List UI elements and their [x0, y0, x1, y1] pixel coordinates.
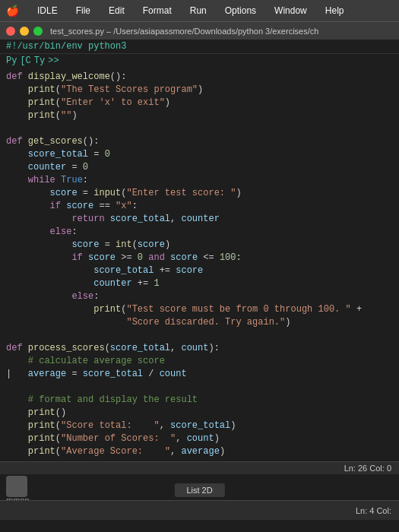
- folder-icon[interactable]: [6, 476, 27, 497]
- code-line-2: print("The Test Scores program"): [0, 84, 399, 97]
- prompt-arrow: >>: [48, 55, 59, 66]
- menu-idle[interactable]: IDLE: [34, 4, 61, 17]
- code-line-23: # calculate average score: [0, 355, 399, 368]
- close-button[interactable]: [6, 27, 15, 36]
- code-line-20: "Score discarded. Try again."): [0, 316, 399, 329]
- prompt-ty: Ty: [34, 55, 45, 66]
- code-editor[interactable]: def display_welcome(): print("The Test S…: [0, 68, 399, 461]
- code-line-22: def process_scores(score_total, count):: [0, 342, 399, 355]
- code-line-9: while True:: [0, 174, 399, 187]
- minimize-button[interactable]: [20, 27, 29, 36]
- menu-format[interactable]: Format: [140, 4, 175, 17]
- code-line-17: counter += 1: [0, 277, 399, 290]
- code-line-6: def get_scores():: [0, 135, 399, 148]
- code-line-4: print(""): [0, 109, 399, 122]
- code-line-23b: | average = score_total / count: [0, 368, 399, 381]
- maximize-button[interactable]: [33, 27, 43, 36]
- idle-prompts: Py [C Ty >>: [0, 54, 399, 68]
- code-line-27: print("Score total: ", score_total): [0, 420, 399, 432]
- prompt-py: Py: [6, 55, 17, 66]
- code-line-5: [0, 122, 399, 135]
- statusbar-top: Ln: 26 Col: 0: [0, 461, 399, 474]
- list-2d-label[interactable]: List 2D: [174, 483, 224, 497]
- prompt-c: [C: [20, 55, 30, 66]
- titlebar: test_scores.py – /Users/asiapassmore/Dow…: [0, 21, 399, 40]
- code-line-1: def display_welcome():: [0, 71, 399, 84]
- code-line-14: score = int(score): [0, 239, 399, 252]
- code-line-18: else:: [0, 290, 399, 303]
- ln-col-text: Ln: 4 Col:: [356, 506, 391, 515]
- code-line-3: print("Enter 'x' to exit"): [0, 97, 399, 109]
- code-line-21: [0, 329, 399, 342]
- code-line-13: else:: [0, 226, 399, 239]
- code-line-24: [0, 381, 399, 394]
- menu-help[interactable]: Help: [322, 4, 347, 17]
- line-col-indicator-top: Ln: 26 Col: 0: [344, 464, 391, 473]
- code-line-25: # format and display the result: [0, 394, 399, 407]
- menubar: 🍎 IDLE File Edit Format Run Options Wind…: [0, 0, 399, 21]
- code-line-26: print(): [0, 407, 399, 420]
- code-line-12: return score_total, counter: [0, 213, 399, 226]
- code-line-29: print("Average Score: ", average): [0, 445, 399, 458]
- menu-run[interactable]: Run: [187, 4, 210, 17]
- line-col-indicator-bottom: Ln: 4 Col:: [356, 506, 391, 515]
- apple-icon[interactable]: 🍎: [6, 5, 19, 17]
- menu-options[interactable]: Options: [222, 4, 259, 17]
- code-line-19: print("Test score must be from 0 through…: [0, 303, 399, 316]
- traffic-lights: [6, 27, 43, 36]
- shebang-text: #!/usr/bin/env python3: [6, 41, 126, 52]
- statusbar-bottom: Ln: 4 Col:: [0, 500, 399, 520]
- menu-edit[interactable]: Edit: [106, 4, 128, 17]
- code-line-8: counter = 0: [0, 161, 399, 174]
- list-2d-text: List 2D: [186, 486, 212, 495]
- menu-window[interactable]: Window: [271, 4, 310, 17]
- bottom-area: List 2D mmon s Ln: 4 Col:: [0, 474, 399, 520]
- shebang-line: #!/usr/bin/env python3: [0, 40, 399, 54]
- code-line-15: if score >= 0 and score <= 100:: [0, 252, 399, 264]
- code-line-28: print("Number of Scores: ", count): [0, 432, 399, 445]
- code-line-10: score = input("Enter test score: "): [0, 187, 399, 200]
- code-line-7: score_total = 0: [0, 148, 399, 161]
- code-line-11: if score == "x":: [0, 200, 399, 213]
- window-title: test_scores.py – /Users/asiapassmore/Dow…: [50, 27, 318, 36]
- menu-file[interactable]: File: [73, 4, 93, 17]
- code-line-16: score_total += score: [0, 264, 399, 277]
